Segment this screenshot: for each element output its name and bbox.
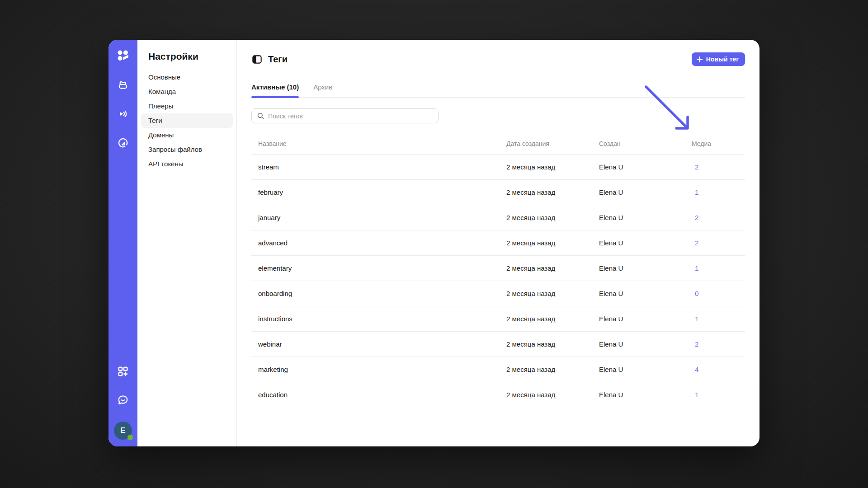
table-row[interactable]: elementary 2 месяца назад Elena U 1 [251, 255, 745, 281]
tab-bar: Активные (10) Архив [251, 83, 745, 98]
media-count-link[interactable]: 1 [695, 188, 698, 196]
settings-item-zaprosy-faylov[interactable]: Запросы файлов [141, 142, 233, 157]
media-count-link[interactable]: 1 [695, 391, 698, 399]
media-count-link[interactable]: 2 [695, 214, 698, 221]
search-icon [257, 112, 264, 120]
settings-panel: Настройки Основные Команда Плееры Теги Д… [137, 40, 237, 446]
table-row[interactable]: education 2 месяца назад Elena U 1 [251, 382, 745, 407]
tag-name: advanced [251, 239, 506, 247]
tag-author: Elena U [599, 366, 692, 373]
table-row[interactable]: marketing 2 месяца назад Elena U 4 [251, 357, 745, 382]
tag-author: Elena U [599, 340, 692, 348]
tag-created-date: 2 месяца назад [506, 366, 599, 373]
videos-folder-icon[interactable] [117, 79, 129, 91]
tag-author: Elena U [599, 239, 692, 247]
kinescope-logo[interactable] [115, 48, 131, 63]
new-tag-button[interactable]: Новый тег [692, 52, 745, 66]
new-tag-button-label: Новый тег [706, 56, 739, 63]
page-title: Теги [268, 54, 288, 65]
settings-item-api-tokeny[interactable]: API токены [141, 157, 233, 171]
tag-author: Elena U [599, 214, 692, 221]
search-input[interactable] [268, 113, 433, 120]
tag-name: stream [251, 163, 506, 171]
media-count-link[interactable]: 2 [695, 340, 698, 348]
tag-author: Elena U [599, 290, 692, 297]
main-content: Теги Новый тег Активные (10) Архив [237, 40, 760, 446]
table-row[interactable]: webinar 2 месяца назад Elena U 2 [251, 331, 745, 357]
tag-created-date: 2 месяца назад [506, 188, 599, 196]
settings-item-tegi[interactable]: Теги [141, 113, 233, 128]
col-media: Медиа [692, 140, 745, 147]
icon-rail: E [108, 40, 137, 446]
tag-author: Elena U [599, 391, 692, 399]
user-avatar[interactable]: E [114, 422, 132, 440]
table-row[interactable]: stream 2 месяца назад Elena U 2 [251, 154, 745, 179]
tag-name: webinar [251, 340, 506, 348]
settings-item-domeny[interactable]: Домены [141, 128, 233, 142]
media-count-link[interactable]: 1 [695, 264, 698, 272]
media-count-link[interactable]: 0 [695, 290, 698, 297]
tag-created-date: 2 месяца назад [506, 340, 599, 348]
tab-archive[interactable]: Архив [313, 83, 332, 97]
media-count-link[interactable]: 4 [695, 366, 698, 373]
tags-panel-icon [251, 54, 263, 65]
col-created: Дата создания [506, 140, 599, 147]
table-row[interactable]: advanced 2 месяца назад Elena U 2 [251, 230, 745, 255]
tag-author: Elena U [599, 315, 692, 323]
app-window: E Настройки Основные Команда Плееры Теги… [108, 40, 760, 446]
online-status-dot [127, 435, 133, 440]
media-count-link[interactable]: 2 [695, 239, 698, 247]
col-name: Название [251, 140, 506, 147]
tag-created-date: 2 месяца назад [506, 264, 599, 272]
tag-created-date: 2 месяца назад [506, 214, 599, 221]
tag-name: onboarding [251, 290, 506, 297]
tag-name: marketing [251, 366, 506, 373]
settings-item-pleery[interactable]: Плееры [141, 99, 233, 113]
tag-name: february [251, 188, 506, 196]
tag-created-date: 2 месяца назад [506, 290, 599, 297]
tags-table: Название Дата создания Создан Медиа stre… [251, 133, 745, 407]
col-author: Создан [599, 140, 692, 147]
media-count-link[interactable]: 1 [695, 315, 698, 323]
plus-icon [696, 56, 703, 63]
settings-nav-list: Основные Команда Плееры Теги Домены Запр… [141, 70, 233, 171]
table-row[interactable]: instructions 2 месяца назад Elena U 1 [251, 306, 745, 331]
settings-item-komanda[interactable]: Команда [141, 84, 233, 99]
tag-name: education [251, 391, 506, 399]
avatar-initial: E [120, 426, 125, 435]
tag-search[interactable] [251, 108, 439, 123]
table-row[interactable]: february 2 месяца назад Elena U 1 [251, 179, 745, 205]
analytics-icon[interactable] [117, 136, 129, 149]
media-count-link[interactable]: 2 [695, 163, 698, 171]
tag-created-date: 2 месяца назад [506, 315, 599, 323]
chat-icon[interactable] [117, 394, 129, 406]
tab-active-tags[interactable]: Активные (10) [251, 83, 299, 97]
tag-created-date: 2 месяца назад [506, 239, 599, 247]
tag-author: Elena U [599, 188, 692, 196]
settings-title: Настройки [148, 51, 233, 62]
tag-author: Elena U [599, 163, 692, 171]
tag-created-date: 2 месяца назад [506, 391, 599, 399]
table-row[interactable]: january 2 месяца назад Elena U 2 [251, 205, 745, 230]
tag-name: elementary [251, 264, 506, 272]
tag-created-date: 2 месяца назад [506, 163, 599, 171]
tag-name: january [251, 214, 506, 221]
settings-item-osnovnye[interactable]: Основные [141, 70, 233, 84]
table-body: stream 2 месяца назад Elena U 2 february… [251, 154, 745, 407]
table-header: Название Дата создания Создан Медиа [251, 133, 745, 154]
table-row[interactable]: onboarding 2 месяца назад Elena U 0 [251, 281, 745, 306]
live-stream-icon[interactable] [117, 108, 129, 120]
apps-plus-icon[interactable] [117, 365, 129, 378]
page-header: Теги Новый тег [251, 52, 745, 67]
tag-name: instructions [251, 315, 506, 323]
tag-author: Elena U [599, 264, 692, 272]
